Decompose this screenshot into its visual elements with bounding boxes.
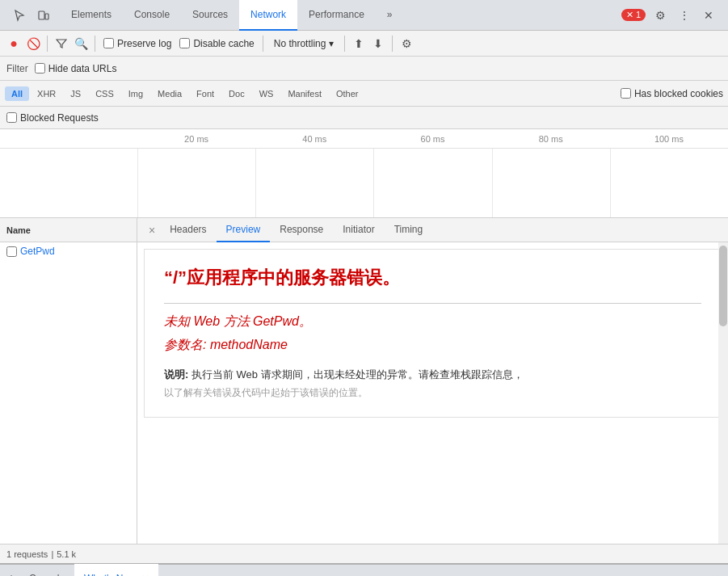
settings-icon[interactable]: ⚙ (650, 6, 670, 25)
resource-btn-js[interactable]: JS (64, 86, 87, 101)
resource-btn-other[interactable]: Other (330, 86, 365, 101)
tab-console[interactable]: Console (123, 0, 181, 31)
detail-tab-preview[interactable]: Preview (217, 218, 271, 242)
detail-tab-response[interactable]: Response (270, 218, 333, 242)
timeline-labels: 20 ms 40 ms 60 ms 80 ms 100 ms (0, 129, 728, 149)
has-blocked-cookies-label[interactable]: Has blocked cookies (621, 88, 723, 99)
preview-desc-label: 说明: (164, 368, 188, 380)
svg-rect-1 (45, 14, 48, 19)
export-button[interactable]: ⬇ (369, 35, 387, 53)
resource-btn-media[interactable]: Media (151, 86, 188, 101)
preview-scrollbar-thumb[interactable] (719, 246, 727, 326)
resource-btn-ws[interactable]: WS (253, 86, 280, 101)
device-icon[interactable] (34, 6, 53, 25)
timeline-label-40: 40 ms (255, 134, 373, 144)
resource-btn-doc[interactable]: Doc (222, 86, 251, 101)
filter-bar: Filter Hide data URLs (0, 57, 728, 81)
preview-scrollbar[interactable] (718, 242, 728, 544)
tab-icons (3, 6, 60, 25)
resource-btn-manifest[interactable]: Manifest (281, 86, 328, 101)
throttle-select[interactable]: No throttling ▾ (268, 36, 340, 52)
has-blocked-cookies-checkbox[interactable] (621, 88, 631, 99)
request-item[interactable]: GetPwd (0, 242, 137, 260)
tab-performance[interactable]: Performance (297, 0, 376, 31)
request-checkbox[interactable] (6, 246, 17, 257)
preview-title: “/”应用程序中的服务器错误。 (164, 266, 701, 290)
resource-filter-right: Has blocked cookies (621, 88, 723, 99)
drawer-tab-close[interactable]: × (142, 572, 149, 576)
tab-more[interactable]: » (376, 0, 404, 31)
preview-description2: 以了解有关错误及代码中起始于该错误的位置。 (164, 385, 701, 401)
drawer-tab-whats-new[interactable]: What's New × (74, 564, 158, 576)
detail-tab-headers[interactable]: Headers (160, 218, 216, 242)
preview-inner: “/”应用程序中的服务器错误。 未知 Web 方法 GetPwd。 参数名: m… (144, 249, 722, 418)
timeline-label-60: 60 ms (373, 134, 491, 144)
preview-description: 说明: 执行当前 Web 请求期间，出现未经处理的异常。请检查堆栈跟踪信息， (164, 367, 701, 384)
cursor-icon[interactable] (10, 6, 29, 25)
record-button[interactable]: ● (5, 35, 23, 53)
timeline-col-1 (137, 149, 255, 217)
preview-divider (164, 303, 701, 304)
resource-type-filter: All XHR JS CSS Img Media Font Doc WS Man… (0, 81, 728, 107)
import-button[interactable]: ⬆ (350, 35, 368, 53)
detail-tabs: × Headers Preview Response Initiator Tim… (137, 218, 728, 242)
drawer-tab-console[interactable]: Console (19, 564, 74, 576)
preserve-log-checkbox[interactable] (103, 38, 114, 48)
main-panel: Name GetPwd × Headers Preview Response I… (0, 218, 728, 544)
preview-desc-text: 执行当前 Web 请求期间，出现未经处理的异常。请检查堆栈跟踪信息， (191, 368, 524, 380)
detail-tab-initiator[interactable]: Initiator (333, 218, 384, 242)
preview-error-param: 参数名: methodName (164, 337, 701, 354)
tab-network[interactable]: Network (239, 0, 297, 31)
status-separator: | (51, 549, 53, 559)
timeline-col-2 (255, 149, 373, 217)
timeline-col-3 (373, 149, 491, 217)
preview-content[interactable]: “/”应用程序中的服务器错误。 未知 Web 方法 GetPwd。 参数名: m… (137, 242, 728, 544)
requests-panel: Name GetPwd (0, 218, 137, 544)
network-toolbar: ● 🚫 🔍 Preserve log Disable cache No thro… (0, 31, 728, 57)
disable-cache-label[interactable]: Disable cache (176, 38, 257, 49)
resource-btn-css[interactable]: CSS (89, 86, 120, 101)
more-options-icon[interactable]: ⋮ (675, 6, 694, 25)
drawer-close-icon[interactable]: ✕ (705, 570, 725, 576)
hide-data-urls-label[interactable]: Hide data URLs (35, 63, 117, 74)
timeline-label-80: 80 ms (492, 134, 610, 144)
preview-error-method: 未知 Web 方法 GetPwd。 (164, 313, 701, 330)
detail-close-button[interactable]: × (144, 218, 160, 242)
devtools-tab-bar: Elements Console Sources Network Perform… (0, 0, 728, 31)
request-name[interactable]: GetPwd (20, 246, 55, 257)
status-bar: 1 requests | 5.1 k (0, 544, 728, 563)
resource-btn-font[interactable]: Font (190, 86, 221, 101)
resource-btn-img[interactable]: Img (122, 86, 149, 101)
filter-button[interactable] (53, 35, 70, 53)
disable-cache-checkbox[interactable] (179, 38, 190, 48)
blocked-requests-row: Blocked Requests (0, 107, 728, 129)
separator-1 (47, 36, 48, 52)
hide-data-urls-checkbox[interactable] (35, 63, 45, 74)
clear-button[interactable]: 🚫 (24, 35, 42, 53)
resource-btn-all[interactable]: All (5, 86, 29, 101)
requests-count: 1 requests (6, 549, 48, 559)
drawer-right: ✕ (705, 570, 725, 576)
blocked-requests-checkbox[interactable] (6, 112, 17, 123)
timeline-label-100: 100 ms (610, 134, 728, 144)
separator-5 (392, 36, 393, 52)
search-button[interactable]: 🔍 (72, 35, 90, 53)
svg-rect-0 (39, 11, 44, 19)
drawer-grip[interactable]: ⋮ (3, 567, 19, 576)
detail-tab-timing[interactable]: Timing (385, 218, 433, 242)
timeline-col-5 (610, 149, 728, 217)
blocked-requests-label[interactable]: Blocked Requests (6, 112, 99, 124)
bottom-drawer: ⋮ Console What's New × ✕ (0, 563, 728, 576)
tab-sources[interactable]: Sources (181, 0, 239, 31)
network-settings-button[interactable]: ⚙ (398, 35, 415, 53)
close-icon[interactable]: ✕ (699, 6, 718, 25)
timeline-col-4 (492, 149, 610, 217)
size-label: 5.1 k (57, 549, 76, 559)
timeline-label-20: 20 ms (137, 134, 255, 144)
detail-panel: × Headers Preview Response Initiator Tim… (137, 218, 728, 544)
error-badge[interactable]: ✕ 1 (621, 9, 646, 21)
tab-elements[interactable]: Elements (60, 0, 123, 31)
preserve-log-label[interactable]: Preserve log (100, 38, 175, 49)
timeline-grid (0, 149, 728, 217)
resource-btn-xhr[interactable]: XHR (31, 86, 62, 101)
